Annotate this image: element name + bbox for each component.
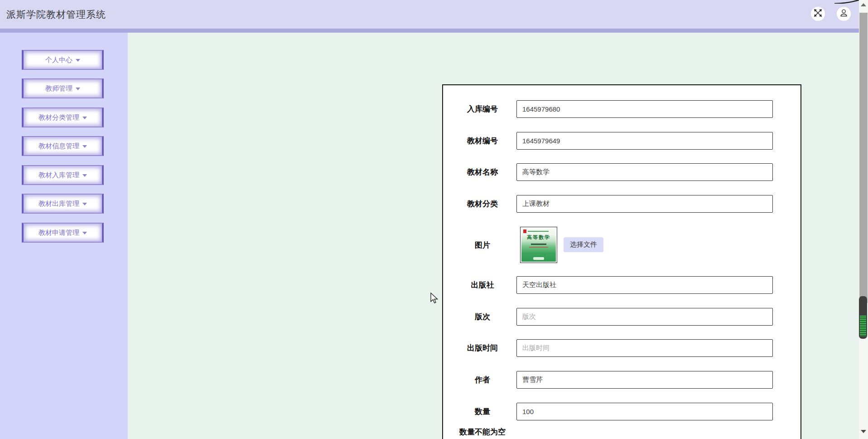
form-row-publisher: 出版社 天空出版社 [443,276,800,294]
sidebar-item-info-mgmt[interactable]: 教材信息管理 [22,136,104,156]
form-row-edition: 版次 版次 [443,308,800,326]
expand-arrows-icon [814,9,822,19]
quantity-error-message: 数量不能为空 [448,427,516,437]
chevron-down-icon [82,174,87,177]
chevron-down-icon [82,117,87,119]
input-value: 1645979649 [522,137,560,145]
chevron-down-icon [76,59,80,62]
chevron-down-icon [76,88,80,90]
edition-input[interactable]: 版次 [516,308,773,326]
fullscreen-button[interactable] [811,7,825,21]
sidebar-item-inbound-mgmt[interactable]: 教材入库管理 [22,165,104,185]
form-row-inbound-no: 入库编号 1645979680 [443,100,800,118]
input-value: 上课教材 [522,200,550,208]
form-row-textbook-name: 教材名称 高等数学 [443,163,800,181]
input-value: 1645979680 [522,105,560,113]
sidebar-item-label: 教材入库管理 [39,171,79,180]
input-value: 高等数学 [522,168,550,176]
book-cover-emblem [533,257,544,260]
input-value: 天空出版社 [522,281,556,289]
input-placeholder: 出版时间 [522,344,550,352]
field-label: 作者 [448,371,516,389]
main-content: 入库编号 1645979680 教材编号 1645979649 教材名称 高等数… [128,33,859,439]
chevron-down-icon [82,145,87,148]
field-label: 入库编号 [448,100,516,118]
sidebar-item-category-mgmt[interactable]: 教材分类管理 [22,107,104,127]
form-row-author: 作者 曹雪芹 [443,371,800,389]
form-row-publish-time: 出版时间 出版时间 [443,339,800,357]
publisher-input[interactable]: 天空出版社 [516,276,773,294]
sidebar-item-teacher-mgmt[interactable]: 教师管理 [22,78,104,98]
form-row-textbook-no: 教材编号 1645979649 [443,132,800,150]
sidebar: 个人中心 教师管理 教材分类管理 教材信息管理 教材入库管理 教材出库管理 教材… [0,33,128,439]
textbook-category-input[interactable]: 上课教材 [516,195,773,213]
textbook-inbound-form: 入库编号 1645979680 教材编号 1645979649 教材名称 高等数… [442,84,801,439]
page-scrollbar[interactable] [859,0,868,439]
scroll-down-arrow-icon[interactable] [861,430,866,433]
scroll-up-arrow-icon[interactable] [861,3,866,6]
app-title: 派斯学院教材管理系统 [6,0,106,29]
form-row-quantity: 数量 100 [443,403,800,420]
field-label: 教材编号 [448,132,516,150]
field-label: 版次 [448,308,516,326]
field-label: 出版时间 [448,339,516,357]
scrollbar-thumb[interactable] [859,13,868,303]
sidebar-item-label: 教材信息管理 [39,142,79,151]
book-cover-title: 高等数学 [521,234,556,241]
sidebar-item-label: 教材分类管理 [39,113,79,122]
sidebar-item-outbound-mgmt[interactable]: 教材出库管理 [22,194,104,214]
book-cover-image: 高等数学 [521,228,556,262]
chevron-down-icon [82,232,87,234]
book-cover-seal [523,229,526,233]
sidebar-item-label: 个人中心 [45,56,72,64]
chevron-down-icon [82,203,87,205]
sidebar-item-label: 教材出库管理 [39,200,79,208]
field-label: 出版社 [448,276,516,294]
sidebar-item-label: 教师管理 [45,84,72,93]
app-header: 派斯学院教材管理系统 [0,0,859,29]
book-cover-subtitle-bar [531,244,546,245]
input-placeholder: 版次 [522,312,536,321]
quantity-input[interactable]: 100 [516,403,773,420]
textbook-name-input[interactable]: 高等数学 [516,163,773,181]
input-value: 曹雪芹 [522,376,543,384]
header-divider-strip [0,29,859,33]
user-profile-button[interactable] [837,7,851,21]
inbound-no-input[interactable]: 1645979680 [516,100,773,118]
field-label: 教材分类 [448,195,516,213]
book-cover-subtitle-bar2 [529,247,548,248]
input-value: 100 [522,408,534,415]
textbook-no-input[interactable]: 1645979649 [516,132,773,150]
book-cover-topline [528,231,549,232]
form-row-textbook-category: 教材分类 上课教材 [443,195,800,213]
user-icon [839,8,849,20]
field-label: 数量 [448,403,516,420]
field-label: 教材名称 [448,163,516,181]
sidebar-item-personal-center[interactable]: 个人中心 [22,50,104,70]
form-row-image: 图片 高等数学 选择文件 [443,220,800,270]
publish-time-input[interactable]: 出版时间 [516,339,773,357]
author-input[interactable]: 曹雪芹 [516,371,773,389]
choose-file-button[interactable]: 选择文件 [564,237,603,252]
scrollbar-handle-stripes [860,316,866,336]
sidebar-item-apply-mgmt[interactable]: 教材申请管理 [22,223,104,243]
book-cover-thumbnail: 高等数学 [520,227,557,263]
field-label: 图片 [448,220,516,270]
sidebar-item-label: 教材申请管理 [39,229,79,237]
